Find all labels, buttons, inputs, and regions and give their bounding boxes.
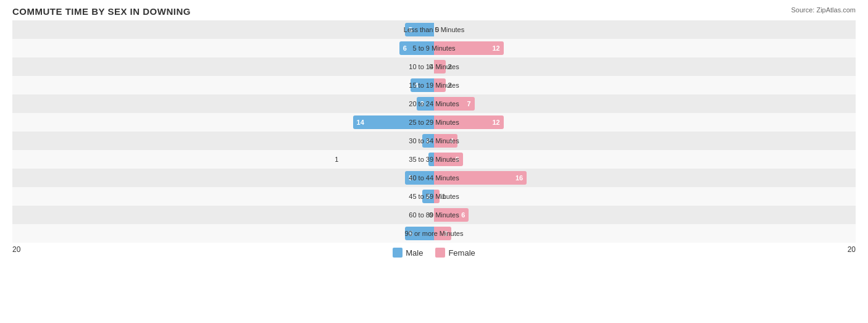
male-value: 4	[414, 82, 418, 89]
female-value: 6	[461, 211, 465, 219]
legend-male-box	[393, 248, 403, 258]
half-left: 5	[12, 224, 434, 243]
axis-right: 20	[848, 245, 856, 258]
axis-labels: 20 Male Female 20	[12, 245, 856, 258]
male-value: 5	[409, 174, 412, 182]
chart-row: 6 5 to 9 Minutes 12	[12, 39, 856, 57]
half-left: 3	[12, 94, 434, 113]
half-left: 1	[12, 150, 434, 169]
female-value: 5	[456, 156, 459, 163]
female-value-out: 2	[448, 63, 451, 70]
legend-female-box	[435, 248, 445, 258]
male-value: 14	[357, 119, 364, 126]
source-label: Source: ZipAtlas.com	[791, 6, 856, 14]
half-left: 5	[12, 20, 434, 39]
male-value: 3	[420, 100, 424, 107]
chart-row: 4 15 to 19 Minutes 2	[12, 76, 856, 94]
half-right: 5	[434, 150, 856, 169]
chart-row: 5 Less than 5 Minutes 0	[12, 20, 856, 39]
male-value: 6	[403, 44, 407, 52]
half-right: 3	[434, 224, 856, 243]
chart-row: 5 90 or more Minutes 3	[12, 224, 856, 243]
chart-row: 2 45 to 59 Minutes 1	[12, 187, 856, 206]
half-right: 1	[434, 187, 856, 206]
axis-left: 20	[12, 245, 20, 258]
half-right: 16	[434, 169, 856, 187]
half-left: 6	[12, 39, 434, 57]
female-value-out: 1	[442, 193, 446, 200]
chart-row: 5 40 to 44 Minutes 16	[12, 169, 856, 187]
legend-male: Male	[393, 248, 423, 258]
chart-row: 0 10 to 14 Minutes 2	[12, 57, 856, 76]
legend-male-label: Male	[406, 248, 423, 258]
half-left: 2	[12, 132, 434, 150]
female-value: 16	[515, 174, 523, 182]
half-right: 12	[434, 113, 856, 132]
male-zero: 0	[429, 211, 433, 219]
female-value: 12	[492, 119, 499, 126]
chart-row: 1 35 to 39 Minutes 5	[12, 150, 856, 169]
chart-row: 3 20 to 24 Minutes 7	[12, 94, 856, 113]
half-right: 0	[434, 20, 856, 39]
chart-container: COMMUTE TIME BY SEX IN DOWNING Source: Z…	[0, 0, 868, 323]
chart-row: 2 30 to 34 Minutes 4	[12, 132, 856, 150]
legend: Male Female	[393, 248, 475, 258]
female-value: 7	[467, 100, 471, 107]
male-zero: 0	[429, 63, 433, 70]
half-right: 4	[434, 132, 856, 150]
half-right: 12	[434, 39, 856, 57]
male-value: 2	[426, 193, 430, 200]
female-value-out: 2	[448, 82, 451, 89]
half-left: 4	[12, 76, 434, 94]
legend-female: Female	[435, 248, 475, 258]
male-value: 5	[409, 26, 412, 33]
female-value: 3	[444, 230, 448, 237]
chart-row: 14 25 to 29 Minutes 12	[12, 113, 856, 132]
half-left: 14	[12, 113, 434, 132]
chart-rows-wrapper: 5 Less than 5 Minutes 0 6	[12, 20, 856, 243]
male-value-out: 1	[335, 156, 338, 163]
female-value: 12	[492, 44, 499, 52]
half-left: 5	[12, 169, 434, 187]
half-right: 7	[434, 94, 856, 113]
female-value: 4	[449, 137, 453, 145]
chart-title: COMMUTE TIME BY SEX IN DOWNING	[12, 6, 856, 17]
half-left: 0	[12, 57, 434, 76]
male-value: 5	[409, 230, 412, 237]
half-right: 2	[434, 76, 856, 94]
chart-row: 0 60 to 89 Minutes 6	[12, 206, 856, 224]
half-right: 6	[434, 206, 856, 224]
male-value: 2	[426, 137, 430, 145]
female-zero: 0	[435, 26, 439, 33]
half-left: 0	[12, 206, 434, 224]
legend-female-label: Female	[448, 248, 475, 258]
half-right: 2	[434, 57, 856, 76]
half-left: 2	[12, 187, 434, 206]
